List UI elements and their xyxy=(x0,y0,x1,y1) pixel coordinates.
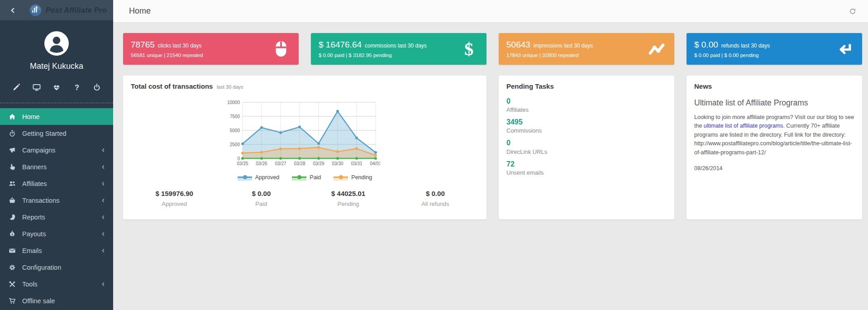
refresh-icon[interactable] xyxy=(849,8,856,15)
sidebar-item-banners[interactable]: Banners xyxy=(0,158,113,175)
chevron-left-icon xyxy=(100,231,106,237)
sidebar-item-label: Tools xyxy=(22,281,38,288)
monitor-icon[interactable] xyxy=(33,83,41,91)
legend-label: Approved xyxy=(255,174,280,181)
sidebar-item-label: Transactions xyxy=(22,197,59,204)
cart-icon xyxy=(9,297,16,305)
question-icon[interactable]: ? xyxy=(73,83,81,91)
refunds-stat-card[interactable]: $ 0.00refunds last 30 days$ 0.00 paid | … xyxy=(687,33,862,65)
commissions-stat-card[interactable]: $ 16476.64commissions last 30 days$ 0.00… xyxy=(311,33,486,65)
svg-text:03/28: 03/28 xyxy=(294,161,305,166)
stat-subtext: $ 0.00 paid | $ 3182.95 pending xyxy=(319,52,427,58)
legend-pending[interactable]: Pending xyxy=(334,174,372,181)
task-label: Unsent emails xyxy=(506,169,667,176)
summary-value: $ 44025.01 xyxy=(305,190,392,197)
summary-all-refunds: $ 0.00All refunds xyxy=(392,190,479,207)
legend-label: Pending xyxy=(351,174,372,181)
news-link[interactable]: ultimate list of affiliate programs xyxy=(704,123,783,129)
chevron-left-icon xyxy=(100,248,106,254)
pending-tasks-panel: Pending Tasks 0Affiliates3495Commissions… xyxy=(499,76,674,219)
chevron-left-icon xyxy=(100,164,106,170)
legend-swatch-icon xyxy=(292,175,306,181)
return-arrow-icon xyxy=(836,40,853,58)
svg-text:03/31: 03/31 xyxy=(351,161,362,166)
chevron-left-icon xyxy=(100,214,106,220)
sidebar-item-label: Emails xyxy=(22,247,42,254)
chart: 02500500075001000003/2503/2603/2703/2803… xyxy=(224,98,386,181)
clicks-stat-card[interactable]: 78765clicks last 30 days56581 unique | 2… xyxy=(123,33,299,65)
stat-label: impressions last 30 days xyxy=(534,43,593,49)
pencil-icon[interactable] xyxy=(12,83,20,91)
user-name: Matej Kukucka xyxy=(0,62,113,71)
legend-swatch-icon xyxy=(334,175,348,181)
task-label: Commissions xyxy=(506,127,667,134)
stat-label: commissions last 30 days xyxy=(365,43,427,49)
avatar[interactable] xyxy=(44,31,69,56)
megaphone-icon xyxy=(9,147,16,154)
task-label: DirecLink URLs xyxy=(506,148,667,155)
trend-icon xyxy=(648,40,665,58)
sidebar-item-reports[interactable]: Reports xyxy=(0,209,113,225)
topbar: Home xyxy=(113,0,868,23)
chevron-left-icon xyxy=(100,181,106,187)
svg-text:03/30: 03/30 xyxy=(332,161,343,166)
sidebar-item-tools[interactable]: Tools xyxy=(0,276,113,292)
impressions-stat-card[interactable]: 50643impressions last 30 days17843 uniqu… xyxy=(499,33,674,65)
svg-text:0: 0 xyxy=(237,156,240,161)
svg-text:04/01: 04/01 xyxy=(370,161,380,166)
sidebar-item-label: Banners xyxy=(22,163,47,171)
sidebar-item-configuration[interactable]: Configuration xyxy=(0,259,113,276)
sidebar-item-payouts[interactable]: $Payouts xyxy=(0,225,113,242)
task-count-unsent-emails[interactable]: 72 xyxy=(506,160,667,168)
stat-card-text: 50643impressions last 30 days17843 uniqu… xyxy=(506,40,593,58)
chart-legend: ApprovedPaidPending xyxy=(224,174,386,181)
stat-value: $ 0.00 xyxy=(694,40,718,50)
sidebar-nav: HomeGetting StartedCampaignsBannersAffil… xyxy=(0,108,113,309)
svg-text:10000: 10000 xyxy=(227,100,240,105)
task-count-direclink-urls[interactable]: 0 xyxy=(506,138,667,147)
chart-panel-header: Total cost of transactions last 30 days xyxy=(131,82,479,91)
summary-label: Pending xyxy=(305,200,392,207)
svg-text:03/25: 03/25 xyxy=(237,161,248,166)
svg-text:03/26: 03/26 xyxy=(256,161,267,166)
svg-text:03/27: 03/27 xyxy=(275,161,286,166)
legend-approved[interactable]: Approved xyxy=(238,174,280,181)
svg-text:5000: 5000 xyxy=(229,128,240,133)
users-icon xyxy=(9,180,16,187)
legend-paid[interactable]: Paid xyxy=(292,174,321,181)
heartbeat-icon[interactable] xyxy=(52,83,61,91)
task-count-affiliates[interactable]: 0 xyxy=(506,97,667,105)
summary-label: All refunds xyxy=(392,200,479,207)
user-profile: Matej Kukucka ? xyxy=(0,20,113,103)
sidebar-item-label: Getting Started xyxy=(22,130,67,137)
main-area: Home 78765clicks last 30 days56581 uniqu… xyxy=(113,0,868,310)
summary-label: Approved xyxy=(131,200,218,207)
task-count-commissions[interactable]: 3495 xyxy=(506,118,667,126)
sidebar-item-label: Campaigns xyxy=(22,147,55,154)
news-title: News xyxy=(694,82,854,90)
stat-subtext: 17843 unique | 32800 repeated xyxy=(506,52,593,58)
sidebar-item-emails[interactable]: Emails xyxy=(0,242,113,259)
sidebar-item-label: Affiliates xyxy=(22,180,47,187)
power-icon[interactable] xyxy=(93,83,101,91)
sidebar: Post Affiliate Pro Matej Kukucka ? HomeG… xyxy=(0,0,113,310)
sidebar-item-transactions[interactable]: Transactions xyxy=(0,192,113,209)
pie-chart-icon xyxy=(9,214,16,221)
sidebar-item-affiliates[interactable]: Affiliates xyxy=(0,175,113,192)
stat-cards-row: 78765clicks last 30 days56581 unique | 2… xyxy=(123,33,862,65)
news-date: 08/26/2014 xyxy=(694,165,854,172)
hand-pointer-icon xyxy=(9,163,16,171)
chart-subtitle: last 30 days xyxy=(217,84,243,90)
legend-swatch-icon xyxy=(238,175,252,181)
sidebar-item-campaigns[interactable]: Campaigns xyxy=(0,142,113,158)
sidebar-item-offline-sale[interactable]: Offline sale xyxy=(0,292,113,309)
tools-icon xyxy=(9,281,16,288)
envelope-icon xyxy=(9,247,16,254)
sidebar-item-home[interactable]: Home xyxy=(0,108,113,125)
stat-value: $ 16476.64 xyxy=(319,40,362,50)
post-affiliate-pro-logo-icon xyxy=(29,4,42,16)
chevron-left-icon xyxy=(100,147,106,153)
money-bag-icon: $ xyxy=(9,230,16,238)
collapse-sidebar-icon[interactable] xyxy=(10,5,16,15)
sidebar-item-getting-started[interactable]: Getting Started xyxy=(0,125,113,142)
